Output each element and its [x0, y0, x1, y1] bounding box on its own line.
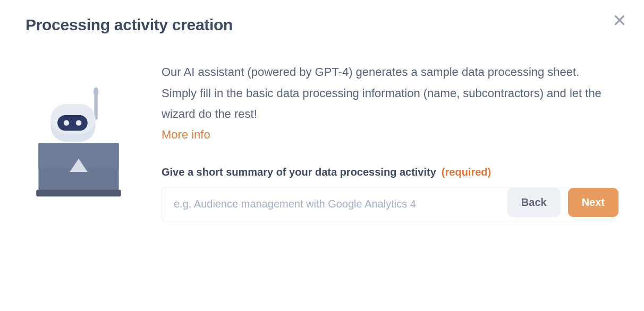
more-info-link[interactable]: More info: [162, 128, 210, 142]
svg-rect-6: [57, 115, 88, 131]
robot-illustration-column: [26, 62, 132, 221]
svg-point-8: [76, 120, 82, 126]
next-button[interactable]: Next: [568, 188, 618, 217]
close-icon: [613, 13, 626, 27]
svg-point-7: [64, 120, 69, 126]
svg-point-3: [94, 87, 98, 96]
summary-field-label: Give a short summary of your data proces…: [162, 166, 436, 178]
robot-icon: [34, 65, 123, 221]
field-label-row: Give a short summary of your data proces…: [162, 166, 613, 178]
description-text: Our AI assistant (powered by GPT-4) gene…: [162, 62, 613, 125]
required-tag: (required): [442, 166, 491, 178]
footer-actions: Back Next: [507, 188, 618, 217]
close-button[interactable]: [612, 13, 627, 28]
back-button[interactable]: Back: [507, 188, 561, 217]
modal-processing-activity-creation: Processing activity creation: [0, 0, 644, 237]
svg-rect-11: [36, 190, 121, 197]
page-title: Processing activity creation: [26, 16, 618, 34]
